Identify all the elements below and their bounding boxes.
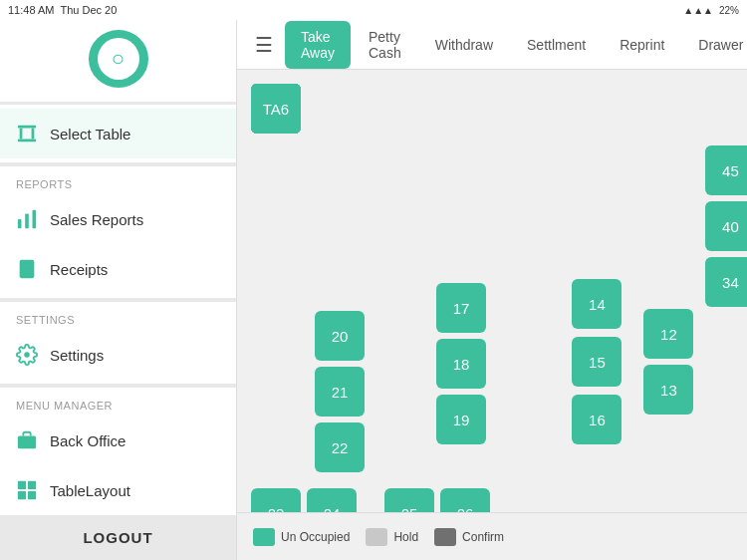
layout-icon (16, 479, 38, 501)
table-area: TA1 TA2 TA3 TA4 TA5 TA6 45 40 34 12 13 1… (237, 70, 747, 512)
table-23[interactable]: 23 (251, 488, 301, 512)
table-40[interactable]: 40 (705, 201, 747, 251)
legend-hold-label: Hold (393, 530, 418, 544)
table-12[interactable]: 12 (643, 309, 693, 359)
sidebar-item-table-layout[interactable]: TableLayout (0, 465, 236, 515)
tab-take-away[interactable]: Take Away (285, 21, 351, 69)
sidebar-item-select-table[interactable]: Select Table (0, 109, 236, 158)
sidebar-item-label-back-office: Back Office (50, 432, 125, 449)
sidebar: ○ Select Table REPORTS Sales Reports Rec… (0, 0, 237, 560)
table-15[interactable]: 15 (572, 337, 622, 387)
receipt-icon (16, 258, 38, 280)
legend-unoccupied-box (253, 528, 275, 546)
svg-rect-16 (28, 491, 36, 499)
table-25[interactable]: 25 (384, 488, 434, 512)
tab-drawer[interactable]: Drawer (682, 29, 747, 61)
tab-petty-cash[interactable]: Petty Cash (353, 21, 417, 69)
tab-settlement[interactable]: Settlment (511, 29, 602, 61)
table-17[interactable]: 17 (436, 283, 486, 333)
legend-hold: Hold (366, 528, 418, 546)
sidebar-item-back-office[interactable]: Back Office (0, 416, 236, 465)
table-19[interactable]: 19 (436, 395, 486, 444)
svg-rect-14 (28, 481, 36, 489)
legend-confirm: Confirm (434, 528, 504, 546)
divider-4 (0, 384, 236, 388)
svg-rect-1 (18, 140, 36, 142)
table-26[interactable]: 26 (440, 488, 490, 512)
status-day: Thu Dec 20 (60, 4, 117, 16)
table-13[interactable]: 13 (643, 365, 693, 415)
logo-text: ○ (112, 46, 124, 72)
logout-button[interactable]: LOGOUT (0, 515, 236, 560)
gear-icon (16, 344, 38, 366)
settings-section-label: SETTINGS (0, 306, 236, 330)
sidebar-item-settings[interactable]: Settings (0, 330, 236, 380)
sidebar-item-label-sales-reports: Sales Reports (50, 211, 143, 228)
svg-rect-15 (18, 491, 26, 499)
table-22[interactable]: 22 (315, 422, 365, 472)
nav-tabs: Take Away Petty Cash Withdraw Settlment … (285, 21, 747, 69)
svg-rect-5 (25, 214, 29, 229)
svg-rect-3 (32, 129, 35, 140)
table-24[interactable]: 24 (307, 488, 357, 512)
divider-3 (0, 298, 236, 302)
sidebar-item-sales-reports[interactable]: Sales Reports (0, 194, 236, 244)
sidebar-item-label-settings: Settings (50, 347, 104, 364)
office-icon (16, 429, 38, 451)
svg-rect-13 (18, 481, 26, 489)
table-14[interactable]: 14 (572, 279, 622, 329)
tab-withdraw[interactable]: Withdraw (419, 29, 509, 61)
sidebar-item-label-table-layout: TableLayout (50, 482, 130, 499)
svg-rect-4 (18, 219, 22, 228)
legend-unoccupied-label: Un Occupied (281, 530, 350, 544)
menu-manager-section-label: MENU MANAGER (0, 392, 236, 416)
wifi-icon: ▲▲▲ (683, 5, 713, 16)
divider-1 (0, 102, 236, 106)
divider-2 (0, 162, 236, 166)
sidebar-item-label-receipts: Receipts (50, 261, 108, 278)
svg-rect-0 (18, 126, 36, 129)
main-content: ☰ Take Away Petty Cash Withdraw Settlmen… (237, 0, 747, 560)
legend-unoccupied: Un Occupied (253, 528, 350, 546)
hamburger-icon[interactable]: ☰ (247, 25, 281, 65)
table-45[interactable]: 45 (705, 145, 747, 195)
reports-section-label: REPORTS (0, 170, 236, 194)
table-16[interactable]: 16 (572, 395, 622, 444)
legend-bar: Un Occupied Hold Confirm (237, 512, 747, 560)
chart-icon (16, 208, 38, 230)
app-logo: ○ (89, 30, 148, 88)
tab-reprint[interactable]: Reprint (604, 29, 680, 61)
legend-confirm-box (434, 528, 456, 546)
status-time: 11:48 AM (8, 4, 54, 16)
takeaway-row: TA1 TA2 TA3 TA4 TA5 TA6 (237, 70, 747, 90)
table-TA6[interactable]: TA6 (251, 84, 301, 134)
svg-rect-2 (20, 129, 23, 140)
table-34[interactable]: 34 (705, 257, 747, 307)
svg-point-11 (24, 352, 30, 358)
sidebar-item-label-select-table: Select Table (50, 126, 130, 142)
table-21[interactable]: 21 (315, 367, 365, 417)
status-bar: 11:48 AM Thu Dec 20 ▲▲▲ 22% (0, 0, 747, 20)
sidebar-item-receipts[interactable]: Receipts (0, 244, 236, 294)
legend-confirm-label: Confirm (462, 530, 504, 544)
table-icon (16, 123, 38, 144)
legend-hold-box (366, 528, 387, 546)
table-20[interactable]: 20 (315, 311, 365, 361)
top-nav: ☰ Take Away Petty Cash Withdraw Settlmen… (237, 20, 747, 70)
table-18[interactable]: 18 (436, 339, 486, 389)
svg-rect-6 (33, 210, 37, 228)
battery-indicator: 22% (719, 5, 739, 16)
svg-rect-12 (18, 435, 36, 448)
